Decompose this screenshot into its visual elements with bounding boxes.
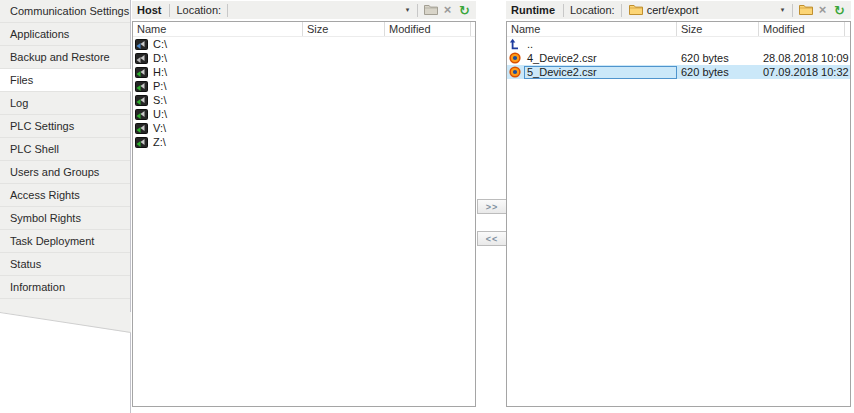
network-drive-icon (135, 66, 150, 78)
sidebar-item-users-and-groups[interactable]: Users and Groups (0, 161, 130, 184)
network-drive-icon (135, 136, 150, 148)
refresh-icon: ↻ (459, 3, 470, 18)
sidebar-item-access-rights[interactable]: Access Rights (0, 184, 130, 207)
host-location-combo[interactable] (232, 2, 402, 18)
refresh-icon: ↻ (834, 3, 845, 18)
file-row[interactable]: Z:\ (133, 135, 475, 149)
file-row[interactable]: C:\ (133, 37, 475, 51)
delete-icon: × (819, 3, 827, 17)
file-row[interactable]: S:\ (133, 93, 475, 107)
file-name: C:\ (150, 38, 303, 51)
file-name-cell: S:\ (133, 93, 303, 107)
delete-icon: × (444, 3, 452, 17)
toolbar-separator (792, 4, 793, 17)
sidebar-item-plc-settings[interactable]: PLC Settings (0, 115, 130, 138)
file-name: .. (524, 38, 677, 51)
runtime-location-combo[interactable]: cert/export (626, 2, 777, 18)
up-directory-icon (509, 38, 524, 50)
toolbar-separator (621, 4, 622, 17)
runtime-location-path: cert/export (647, 4, 699, 16)
transfer-to-runtime-button[interactable]: >> (477, 199, 507, 214)
file-row[interactable]: 4_Device2.csr620 bytes28.08.2018 10:09 (507, 51, 850, 65)
runtime-column-header-size[interactable]: Size (677, 22, 759, 36)
sidebar-right-border (130, 0, 131, 413)
transfer-to-host-button[interactable]: << (477, 231, 507, 246)
runtime-file-list: Name Size Modified ..4_Device2.csr620 by… (506, 21, 851, 407)
sidebar-item-backup-and-restore[interactable]: Backup and Restore (0, 46, 130, 69)
file-row[interactable]: .. (507, 37, 850, 51)
file-name-cell: 5_Device2.csr (507, 65, 677, 79)
host-column-header-name[interactable]: Name (133, 22, 303, 36)
file-name: U:\ (150, 108, 303, 121)
new-folder-icon (424, 4, 438, 17)
file-name: P:\ (150, 80, 303, 93)
host-column-header-size[interactable]: Size (303, 22, 385, 36)
file-name: Z:\ (150, 136, 303, 149)
certificate-file-icon (509, 52, 524, 64)
folder-icon (629, 4, 643, 17)
file-name-cell: P:\ (133, 79, 303, 93)
file-row[interactable]: U:\ (133, 107, 475, 121)
runtime-refresh-button[interactable]: ↻ (831, 2, 848, 18)
file-name: D:\ (150, 52, 303, 65)
host-file-list: Name Size Modified C:\D:\H:\P:\S:\U:\V:\… (132, 21, 476, 407)
file-row[interactable]: 5_Device2.csr620 bytes07.09.2018 10:32 (507, 65, 850, 79)
runtime-toolbar: Runtime Location: cert/export ▾ × ↻ (506, 1, 851, 19)
file-size: 620 bytes (677, 66, 759, 78)
sidebar-item-plc-shell[interactable]: PLC Shell (0, 138, 130, 161)
local-drive-icon (135, 38, 150, 50)
toolbar-separator (227, 4, 228, 17)
file-name: 4_Device2.csr (524, 52, 677, 65)
sidebar-filler (0, 299, 130, 312)
file-name-cell: C:\ (133, 37, 303, 51)
file-name-cell: Z:\ (133, 135, 303, 149)
runtime-panel-title: Runtime (511, 4, 555, 16)
file-name-cell: D:\ (133, 51, 303, 65)
device-editor-tab-list: Communication SettingsApplicationsBackup… (0, 0, 130, 299)
network-drive-icon (135, 108, 150, 120)
host-new-folder-button[interactable] (422, 2, 439, 18)
sidebar-item-information[interactable]: Information (0, 276, 130, 299)
certificate-file-icon (509, 66, 524, 78)
sidebar-item-task-deployment[interactable]: Task Deployment (0, 230, 130, 253)
file-row[interactable]: D:\ (133, 51, 475, 65)
host-toolbar: Host Location: ▾ × ↻ (132, 1, 476, 19)
sidebar-item-log[interactable]: Log (0, 92, 130, 115)
file-row[interactable]: V:\ (133, 121, 475, 135)
file-name: V:\ (150, 122, 303, 135)
host-list-header: Name Size Modified (133, 22, 475, 37)
file-name: S:\ (150, 94, 303, 107)
runtime-list-header: Name Size Modified (507, 22, 850, 37)
file-row[interactable]: P:\ (133, 79, 475, 93)
file-row[interactable]: H:\ (133, 65, 475, 79)
file-size: 620 bytes (677, 52, 759, 64)
runtime-column-header-stub (845, 22, 850, 36)
file-name: 5_Device2.csr (524, 66, 677, 79)
host-refresh-button[interactable]: ↻ (456, 2, 473, 18)
runtime-file-browser-panel: Runtime Location: cert/export ▾ × ↻ Name… (506, 1, 851, 407)
toolbar-separator (563, 4, 564, 17)
cd-drive-icon (135, 52, 150, 64)
runtime-column-header-modified[interactable]: Modified (759, 22, 845, 36)
file-name-cell: H:\ (133, 65, 303, 79)
sidebar-item-status[interactable]: Status (0, 253, 130, 276)
runtime-delete-button[interactable]: × (814, 2, 831, 18)
runtime-column-header-name[interactable]: Name (507, 22, 677, 36)
sidebar-item-files[interactable]: Files (0, 69, 131, 92)
host-location-dropdown-icon[interactable]: ▾ (402, 6, 413, 14)
host-location-label: Location: (176, 4, 221, 16)
runtime-new-folder-button[interactable] (797, 2, 814, 18)
runtime-location-dropdown-icon[interactable]: ▾ (777, 6, 788, 14)
toolbar-separator (169, 4, 170, 17)
runtime-location-label: Location: (570, 4, 615, 16)
sidebar-item-communication-settings[interactable]: Communication Settings (0, 0, 130, 23)
sidebar-item-symbol-rights[interactable]: Symbol Rights (0, 207, 130, 230)
new-folder-icon (799, 4, 813, 17)
file-modified: 28.08.2018 10:09 (759, 52, 845, 64)
sidebar-item-applications[interactable]: Applications (0, 23, 130, 46)
file-name-cell: 4_Device2.csr (507, 51, 677, 65)
host-delete-button[interactable]: × (439, 2, 456, 18)
file-name-cell: .. (507, 37, 677, 51)
host-column-header-modified[interactable]: Modified (385, 22, 471, 36)
network-drive-icon (135, 122, 150, 134)
